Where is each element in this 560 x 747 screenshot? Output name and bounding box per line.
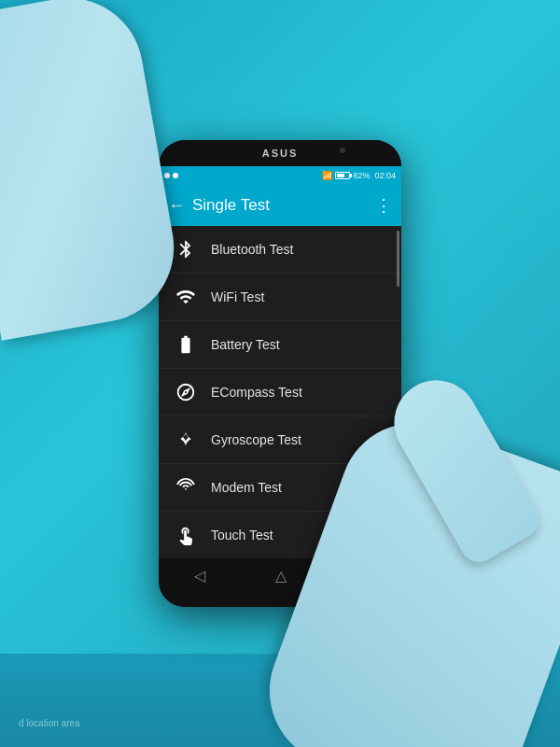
signal-dot-1 bbox=[164, 173, 170, 178]
hand-left bbox=[0, 0, 186, 341]
list-item[interactable]: ECompass Test bbox=[159, 369, 401, 416]
list-item[interactable]: WiFi Test bbox=[159, 274, 401, 321]
modem-icon bbox=[172, 473, 200, 501]
app-bar: ← Single Test ⋮ bbox=[159, 185, 401, 226]
ecompass-test-label: ECompass Test bbox=[211, 385, 302, 400]
status-left bbox=[164, 173, 178, 178]
tray-label: d location area bbox=[19, 718, 80, 728]
clock: 02:04 bbox=[374, 171, 396, 180]
battery-fill bbox=[337, 174, 343, 177]
compass-icon bbox=[172, 378, 200, 406]
battery-icon bbox=[335, 172, 350, 179]
battery-percent: 62% bbox=[353, 171, 370, 180]
nav-back-button[interactable]: ◁ bbox=[194, 567, 205, 585]
nav-home-button[interactable]: △ bbox=[275, 567, 287, 585]
phone-brand: ASUS bbox=[262, 148, 299, 159]
bluetooth-icon bbox=[172, 235, 200, 263]
more-options-button[interactable]: ⋮ bbox=[375, 195, 392, 216]
wifi-icon bbox=[172, 283, 200, 311]
status-right: 📶 62% 02:04 bbox=[322, 171, 396, 180]
phone-top-bar: ASUS bbox=[159, 140, 401, 166]
modem-test-label: Modem Test bbox=[211, 480, 282, 495]
workbench: ASUS 📶 62% 02:04 ← Single Test bbox=[0, 0, 560, 747]
gyroscope-icon bbox=[172, 426, 200, 454]
scrollbar[interactable] bbox=[397, 231, 399, 287]
touch-icon bbox=[172, 521, 200, 549]
list-item[interactable]: Battery Test bbox=[159, 321, 401, 369]
app-title: Single Test bbox=[192, 196, 375, 215]
signal-icon: 📶 bbox=[322, 171, 332, 180]
status-bar: 📶 62% 02:04 bbox=[159, 166, 401, 185]
bluetooth-test-label: Bluetooth Test bbox=[211, 242, 293, 257]
signal-dot-2 bbox=[173, 173, 178, 178]
battery-test-label: Battery Test bbox=[211, 337, 280, 352]
back-button[interactable]: ← bbox=[168, 196, 185, 216]
front-camera bbox=[340, 148, 345, 153]
battery-test-icon bbox=[172, 331, 200, 359]
list-item[interactable]: Bluetooth Test bbox=[159, 226, 401, 274]
wifi-test-label: WiFi Test bbox=[211, 289, 264, 304]
touch-test-label: Touch Test bbox=[211, 528, 273, 543]
gyroscope-test-label: Gyroscope Test bbox=[211, 432, 301, 447]
